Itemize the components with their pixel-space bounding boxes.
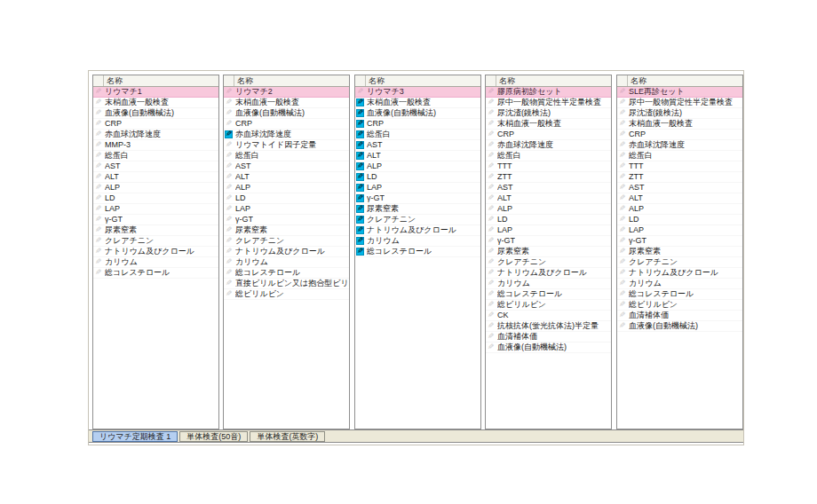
test-item-row[interactable]: AST — [617, 183, 742, 193]
test-item-row[interactable]: 総コレステロール — [355, 247, 480, 257]
test-item-row[interactable]: ZTT — [617, 172, 742, 183]
test-item-row[interactable]: カリウム — [617, 279, 742, 289]
test-item-row[interactable]: γ-GT — [617, 236, 742, 247]
test-item-row[interactable]: カリウム — [486, 279, 611, 289]
test-item-row[interactable]: LAP — [355, 183, 480, 193]
test-item-row[interactable]: 尿素窒素 — [355, 204, 480, 215]
test-item-row[interactable]: ナトリウム及びクロール — [617, 268, 742, 279]
test-item-row[interactable]: LAP — [617, 225, 742, 236]
test-item-row[interactable]: AST — [355, 140, 480, 151]
test-set-title-row[interactable]: リウマチ1 — [93, 87, 218, 98]
test-item-row[interactable]: 総コレステロール — [93, 268, 218, 279]
test-item-row[interactable]: 総コレステロール — [617, 289, 742, 300]
test-item-row[interactable]: 総蛋白 — [224, 151, 349, 161]
test-item-row[interactable]: ナトリウム及びクロール — [355, 225, 480, 236]
test-item-row[interactable]: 尿中一般物質定性半定量検査 — [486, 98, 611, 108]
test-item-row[interactable]: AST — [93, 161, 218, 172]
test-item-row[interactable]: 赤血球沈降速度 — [93, 130, 218, 140]
test-item-row[interactable]: クレアチニン — [355, 215, 480, 225]
test-item-row[interactable]: 尿沈渣(鏡検法) — [617, 108, 742, 119]
test-item-row[interactable]: 血液像(自動機械法) — [224, 108, 349, 119]
test-item-row[interactable]: ALT — [617, 193, 742, 204]
test-item-row[interactable]: 総コレステロール — [486, 289, 611, 300]
test-item-row[interactable]: γ-GT — [93, 215, 218, 225]
test-item-row[interactable]: γ-GT — [486, 236, 611, 247]
test-item-row[interactable]: AST — [224, 161, 349, 172]
test-item-row[interactable]: ALT — [93, 172, 218, 183]
test-item-row[interactable]: 末梢血液一般検査 — [486, 119, 611, 130]
test-item-row[interactable]: 総コレステロール — [224, 268, 349, 279]
test-set-title-row[interactable]: SLE再診セット — [617, 87, 742, 98]
test-item-row[interactable]: γ-GT — [224, 215, 349, 225]
test-item-row[interactable]: CRP — [617, 130, 742, 140]
test-item-row[interactable]: ALP — [617, 204, 742, 215]
test-item-row[interactable]: ZTT — [486, 172, 611, 183]
test-item-row[interactable]: 抗核抗体(蛍光抗体法)半定量 — [486, 321, 611, 332]
test-item-row[interactable]: クレアチニン — [486, 257, 611, 268]
test-item-row[interactable]: γ-GT — [355, 193, 480, 204]
test-item-row[interactable]: 血清補体価 — [486, 332, 611, 343]
test-item-row[interactable]: LD — [93, 193, 218, 204]
test-item-row[interactable]: 尿素窒素 — [617, 247, 742, 257]
test-item-row[interactable]: クレアチニン — [617, 257, 742, 268]
test-set-title-row[interactable]: リウマチ3 — [355, 87, 480, 98]
test-item-row[interactable]: LD — [486, 215, 611, 225]
test-item-row[interactable]: 赤血球沈降速度 — [486, 140, 611, 151]
test-item-row[interactable]: 末梢血液一般検査 — [93, 98, 218, 108]
test-item-row[interactable]: 尿中一般物質定性半定量検査 — [617, 98, 742, 108]
tab-0-active[interactable]: リウマチ定期検査 1 — [92, 431, 178, 442]
test-item-row[interactable]: ナトリウム及びクロール — [224, 247, 349, 257]
tab-1[interactable]: 単体検査(50音) — [179, 431, 248, 442]
test-item-row[interactable]: ALP — [93, 183, 218, 193]
test-item-row[interactable]: TTT — [617, 161, 742, 172]
test-item-row[interactable]: ナトリウム及びクロール — [486, 268, 611, 279]
test-item-row[interactable]: CK — [486, 311, 611, 321]
test-item-row[interactable]: TTT — [486, 161, 611, 172]
test-item-row[interactable]: LD — [224, 193, 349, 204]
test-item-row[interactable]: AST — [486, 183, 611, 193]
test-item-row[interactable]: 総蛋白 — [355, 130, 480, 140]
test-item-row[interactable]: ALP — [224, 183, 349, 193]
test-item-row[interactable]: 尿素窒素 — [224, 225, 349, 236]
test-item-row[interactable]: 総ビリルビン — [224, 289, 349, 300]
test-item-row[interactable]: カリウム — [355, 236, 480, 247]
test-set-title-row[interactable]: リウマチ2 — [224, 87, 349, 98]
test-item-row[interactable]: クレアチニン — [93, 236, 218, 247]
test-item-row[interactable]: 血液像(自動機械法) — [93, 108, 218, 119]
test-item-row[interactable]: LAP — [486, 225, 611, 236]
test-item-row[interactable]: ナトリウム及びクロール — [93, 247, 218, 257]
test-item-row[interactable]: 総蛋白 — [486, 151, 611, 161]
test-item-row[interactable]: 尿素窒素 — [486, 247, 611, 257]
test-item-row[interactable]: CRP — [486, 130, 611, 140]
test-set-title-row[interactable]: 膠原病初診セット — [486, 87, 611, 98]
test-item-row[interactable]: 総ビリルビン — [486, 300, 611, 311]
test-item-row[interactable]: ALP — [486, 204, 611, 215]
test-item-row[interactable]: CRP — [93, 119, 218, 130]
test-item-row[interactable]: 末梢血液一般検査 — [617, 119, 742, 130]
test-item-row[interactable]: 血液像(自動機械法) — [486, 343, 611, 353]
test-item-row[interactable]: 総蛋白 — [93, 151, 218, 161]
test-item-row[interactable]: ALT — [224, 172, 349, 183]
test-item-row[interactable]: 尿素窒素 — [93, 225, 218, 236]
test-item-row[interactable]: 赤血球沈降速度 — [617, 140, 742, 151]
test-item-row[interactable]: LD — [355, 172, 480, 183]
test-item-row[interactable]: ALT — [355, 151, 480, 161]
test-item-row[interactable]: 総蛋白 — [617, 151, 742, 161]
test-item-row[interactable]: クレアチニン — [224, 236, 349, 247]
test-item-row[interactable]: 赤血球沈降速度 — [224, 130, 349, 140]
test-item-row[interactable]: LD — [617, 215, 742, 225]
test-item-row[interactable]: ALT — [486, 193, 611, 204]
test-item-row[interactable]: LAP — [224, 204, 349, 215]
test-item-row[interactable]: カリウム — [93, 257, 218, 268]
test-item-row[interactable]: ALP — [355, 161, 480, 172]
tab-2[interactable]: 単体検査(英数字) — [250, 431, 325, 442]
test-item-row[interactable]: 末梢血液一般検査 — [355, 98, 480, 108]
test-item-row[interactable]: 末梢血液一般検査 — [224, 98, 349, 108]
test-item-row[interactable]: 血清補体価 — [617, 311, 742, 321]
test-item-row[interactable]: 総ビリルビン — [617, 300, 742, 311]
test-item-row[interactable]: 血液像(自動機械法) — [617, 321, 742, 332]
test-item-row[interactable]: CRP — [224, 119, 349, 130]
test-item-row[interactable]: 尿沈渣(鏡検法) — [486, 108, 611, 119]
test-item-row[interactable]: CRP — [355, 119, 480, 130]
test-item-row[interactable]: 血液像(自動機械法) — [355, 108, 480, 119]
